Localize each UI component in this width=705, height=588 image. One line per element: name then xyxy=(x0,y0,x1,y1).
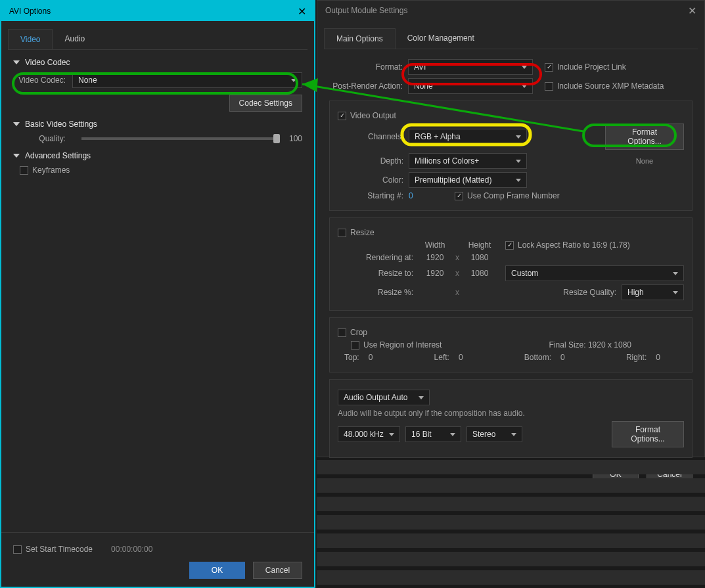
color-dropdown[interactable]: Premultiplied (Matted) xyxy=(409,172,527,188)
chevron-down-icon xyxy=(516,160,521,163)
caret-down-icon xyxy=(13,154,20,158)
audio-output-dropdown[interactable]: Audio Output Auto xyxy=(338,390,430,405)
close-icon[interactable]: ✕ xyxy=(298,5,306,18)
tab-color-management[interactable]: Color Management xyxy=(396,28,486,49)
depth-dropdown[interactable]: Millions of Colors+ xyxy=(409,153,527,169)
output-title: Output Module Settings xyxy=(325,6,407,15)
format-dropdown[interactable]: AVI xyxy=(408,59,533,75)
render-h: 1080 xyxy=(463,253,496,262)
section-video-codec[interactable]: Video Codec xyxy=(13,58,302,67)
slider-thumb-icon[interactable] xyxy=(273,134,280,143)
render-w: 1920 xyxy=(419,253,451,262)
output-module-window: Output Module Settings ✕ Main Options Co… xyxy=(317,0,705,457)
video-output-checkbox[interactable] xyxy=(338,112,346,120)
lock-aspect-checkbox[interactable] xyxy=(505,241,514,250)
cancel-button-left[interactable]: Cancel xyxy=(253,562,302,579)
resize-h: 1080 xyxy=(463,269,496,278)
ok-button-left[interactable]: OK xyxy=(189,562,245,579)
audio-panel: Audio Output Auto Audio will be output o… xyxy=(329,379,693,458)
quality-value: 100 xyxy=(289,134,302,143)
quality-slider[interactable] xyxy=(81,137,280,140)
tab-main-options[interactable]: Main Options xyxy=(324,28,396,49)
height-header: Height xyxy=(463,240,496,250)
include-project-checkbox[interactable] xyxy=(545,63,553,72)
caret-down-icon xyxy=(13,122,20,126)
video-output-header: Video Output xyxy=(350,111,396,120)
final-size-label: Final Size: 1920 x 1080 xyxy=(549,340,631,350)
crop-checkbox[interactable] xyxy=(338,328,346,337)
crop-top-val: 0 xyxy=(369,353,373,362)
avi-titlebar[interactable]: AVI Options ✕ xyxy=(1,1,314,21)
postrender-label: Post-Render Action: xyxy=(329,81,403,91)
audio-bits-dropdown[interactable]: 16 Bit xyxy=(405,426,461,442)
start-timecode-label: Set Start Timecode xyxy=(26,545,93,554)
include-xmp-checkbox[interactable] xyxy=(545,82,553,91)
video-codec-label: Video Codec: xyxy=(13,76,66,85)
video-output-panel: Video Output Channels: RGB + Alpha Forma… xyxy=(329,101,693,211)
section-advanced[interactable]: Advanced Settings xyxy=(13,151,302,160)
avi-tabs: Video Audio xyxy=(8,29,307,50)
tab-audio[interactable]: Audio xyxy=(53,29,97,49)
resize-checkbox[interactable] xyxy=(338,229,346,237)
output-tabs: Main Options Color Management xyxy=(324,28,698,49)
chevron-down-icon xyxy=(419,396,424,399)
rendering-at-label: Rendering at: xyxy=(338,253,413,262)
depth-label: Depth: xyxy=(338,156,403,166)
resize-w: 1920 xyxy=(419,269,451,278)
lock-aspect-label: Lock Aspect Ratio to 16:9 (1.78) xyxy=(518,240,630,250)
crop-bottom-val: 0 xyxy=(560,353,565,362)
resize-quality-label: Resize Quality: xyxy=(563,288,616,297)
audio-format-options-button[interactable]: Format Options... xyxy=(612,421,684,447)
crop-left-label: Left: xyxy=(434,353,449,362)
crop-panel: Crop Use Region of Interest Final Size: … xyxy=(329,317,693,373)
color-label: Color: xyxy=(338,175,403,185)
chevron-down-icon xyxy=(389,433,394,436)
close-icon[interactable]: ✕ xyxy=(688,5,696,17)
chevron-down-icon xyxy=(522,66,527,69)
resize-pct-label: Resize %: xyxy=(338,288,413,297)
background-stripes xyxy=(317,460,705,588)
avi-options-window: AVI Options ✕ Video Audio Video Codec Vi… xyxy=(0,0,315,588)
chevron-down-icon xyxy=(673,272,678,275)
audio-channels-dropdown[interactable]: Stereo xyxy=(466,426,522,442)
width-header: Width xyxy=(419,240,451,250)
resize-to-label: Resize to: xyxy=(338,269,413,278)
use-region-label: Use Region of Interest xyxy=(363,340,442,350)
resize-preset-dropdown[interactable]: Custom xyxy=(505,265,684,281)
include-project-label: Include Project Link xyxy=(557,62,626,72)
crop-left-val: 0 xyxy=(459,353,463,362)
audio-rate-dropdown[interactable]: 48.000 kHz xyxy=(338,426,400,442)
resize-quality-dropdown[interactable]: High xyxy=(622,284,684,300)
use-region-checkbox[interactable] xyxy=(351,341,359,350)
chevron-down-icon xyxy=(516,135,521,139)
format-options-button[interactable]: Format Options... xyxy=(605,124,684,150)
video-codec-dropdown[interactable]: None xyxy=(72,72,302,88)
crop-right-label: Right: xyxy=(626,353,647,362)
codec-settings-button[interactable]: Codec Settings xyxy=(229,95,302,112)
output-titlebar[interactable]: Output Module Settings ✕ xyxy=(317,1,704,20)
caret-down-icon xyxy=(13,60,20,64)
postrender-dropdown[interactable]: None xyxy=(408,78,533,94)
quality-label: Quality: xyxy=(33,134,66,143)
crop-bottom-label: Bottom: xyxy=(524,353,551,362)
section-basic-video[interactable]: Basic Video Settings xyxy=(13,120,302,129)
keyframes-label: Keyframes xyxy=(32,166,70,175)
starting-label: Starting #: xyxy=(338,191,403,200)
chevron-down-icon xyxy=(511,433,516,436)
use-comp-frame-label: Use Comp Frame Number xyxy=(467,191,560,200)
crop-top-label: Top: xyxy=(344,353,359,362)
crop-header: Crop xyxy=(350,328,367,337)
resize-panel: Resize Width Height Lock Aspect Ratio to… xyxy=(329,217,693,311)
channels-label: Channels: xyxy=(338,132,403,141)
avi-title: AVI Options xyxy=(9,7,51,16)
use-comp-frame-checkbox[interactable] xyxy=(455,192,463,200)
tab-video[interactable]: Video xyxy=(8,29,53,49)
start-timecode-checkbox[interactable] xyxy=(13,545,22,554)
crop-right-val: 0 xyxy=(656,353,660,362)
starting-value[interactable]: 0 xyxy=(409,191,435,200)
channels-dropdown[interactable]: RGB + Alpha xyxy=(409,129,527,145)
include-xmp-label: Include Source XMP Metadata xyxy=(557,81,664,91)
chevron-down-icon xyxy=(291,79,296,82)
keyframes-checkbox[interactable] xyxy=(20,166,28,175)
timecode-value: 00:00:00:00 xyxy=(111,545,152,554)
